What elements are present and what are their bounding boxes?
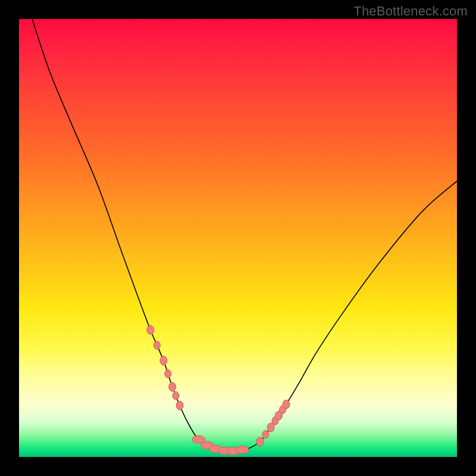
curve-marker-left	[165, 369, 171, 378]
curve-marker-right	[256, 437, 264, 446]
bottleneck-curve	[32, 19, 457, 452]
curve-marker-left	[173, 392, 179, 400]
curve-marker-right	[262, 430, 269, 439]
curve-marker-left	[176, 401, 183, 410]
plot-area	[19, 19, 457, 457]
curve-marker-left	[147, 325, 154, 334]
curve-marker-left	[169, 383, 176, 392]
chart-frame: TheBottleneck.com	[0, 0, 476, 476]
curve-marker-left	[160, 356, 167, 365]
watermark-text: TheBottleneck.com	[353, 4, 468, 19]
curve-marker-right	[283, 400, 290, 409]
chart-svg	[19, 19, 457, 457]
marker-layer	[147, 325, 290, 455]
curve-marker-valley	[236, 446, 249, 453]
curve-marker-left	[154, 341, 160, 349]
